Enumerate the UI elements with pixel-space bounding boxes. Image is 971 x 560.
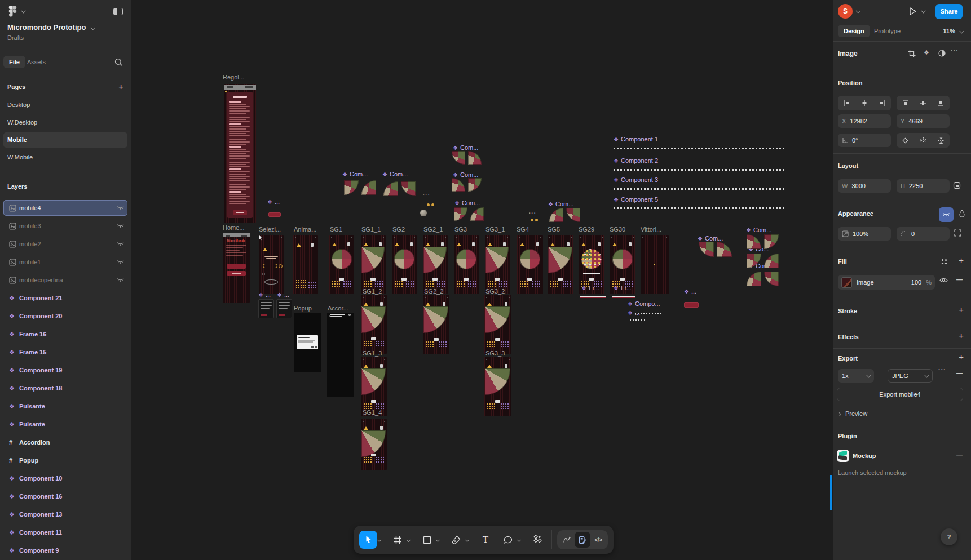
component-thumbnail[interactable] — [699, 242, 714, 257]
remove-export-icon[interactable]: — — [956, 370, 963, 376]
canvas-component-label[interactable]: ❖Fr... — [614, 285, 632, 291]
design-mode-toggle[interactable] — [575, 532, 590, 548]
canvas-frame-sg1[interactable] — [329, 235, 354, 294]
layer-row-mobile1[interactable]: mobile1 — [3, 254, 127, 270]
component-thumbnail[interactable] — [276, 299, 292, 318]
component-thumbnail[interactable] — [764, 272, 779, 286]
add-fill-icon[interactable]: + — [959, 257, 964, 263]
comment-tool[interactable] — [499, 531, 517, 549]
pen-tool[interactable] — [447, 531, 465, 549]
sidebar-page-w-mobile[interactable]: W.Mobile — [3, 150, 127, 165]
layer-row-mobile3[interactable]: mobile3 — [3, 218, 127, 234]
canvas-frame-sg1-3[interactable] — [361, 357, 387, 416]
flip-horizontal-icon[interactable] — [920, 137, 927, 144]
canvas-frame-label[interactable]: SG5 — [548, 226, 560, 233]
layer-row-popup[interactable]: #Popup — [3, 452, 127, 468]
canvas-frame-sg5[interactable] — [548, 235, 573, 294]
component-thumbnail[interactable] — [383, 181, 398, 196]
canvas-component-label[interactable]: ❖Com... — [453, 144, 478, 151]
canvas-frame-sg1-1[interactable] — [361, 235, 386, 294]
canvas-frame-label[interactable]: SG1_4 — [363, 409, 382, 416]
canvas-component-label[interactable]: ❖Compo... — [628, 300, 660, 307]
x-position-field[interactable]: X12982 — [838, 114, 891, 128]
add-page-icon[interactable]: + — [118, 83, 123, 90]
canvas-component-label[interactable]: ❖Component 2 — [614, 157, 658, 164]
layer-row-mobile2[interactable]: mobile2 — [3, 236, 127, 252]
canvas-component-label[interactable]: ❖Com... — [382, 171, 408, 177]
avatar[interactable]: S — [838, 4, 853, 19]
component-thumbnail[interactable] — [452, 178, 465, 192]
align-left-icon[interactable] — [844, 100, 850, 106]
canvas-frame-label[interactable]: SG2_1 — [423, 226, 443, 233]
canvas-frame-home[interactable]: MicroMondo — [223, 233, 250, 303]
component-thumbnail[interactable] — [452, 151, 465, 165]
eye-closed-icon[interactable] — [113, 206, 127, 211]
file-title[interactable]: Micromondo Prototipo — [7, 23, 94, 32]
canvas-frame-sg2[interactable] — [392, 235, 417, 294]
layer-row-pulsante[interactable]: ❖Pulsante — [3, 398, 127, 414]
flip-vertical-icon[interactable] — [938, 137, 944, 144]
height-field[interactable]: H2250 — [897, 179, 950, 193]
canvas-frame-label[interactable]: SG2_2 — [424, 288, 443, 295]
sidebar-page-mobile[interactable]: Mobile — [3, 132, 127, 148]
share-button[interactable]: Share — [935, 4, 963, 19]
tab-assets[interactable]: Assets — [27, 59, 46, 65]
export-button[interactable]: Export mobile4 — [837, 388, 963, 401]
tab-design[interactable]: Design — [838, 25, 870, 37]
rotation-field[interactable]: 0° — [838, 134, 891, 147]
component-icon[interactable]: ❖ — [924, 49, 929, 56]
layer-row-component-21[interactable]: ❖Component 21 — [3, 290, 127, 306]
export-options-icon[interactable]: ··· — [938, 366, 946, 373]
canvas-frame-label[interactable]: Vittori... — [641, 226, 661, 233]
canvas-component-label[interactable]: ❖Component 5 — [614, 196, 658, 203]
tab-file[interactable]: File — [3, 56, 25, 68]
canvas-frame-label[interactable]: SG30 — [610, 226, 625, 233]
remove-fill-icon[interactable]: — — [956, 276, 963, 283]
layer-row-accordion[interactable]: #Accordion — [3, 434, 127, 450]
component-thumbnail[interactable] — [717, 242, 732, 257]
canvas-component-label[interactable]: ❖... — [277, 291, 289, 298]
shape-tool-chevron-icon[interactable] — [436, 537, 440, 541]
canvas-frame-label[interactable]: SG3_1 — [486, 226, 505, 233]
component-thumbnail[interactable] — [747, 234, 761, 249]
rotate-icon[interactable] — [902, 137, 909, 144]
remove-plugin-icon[interactable]: — — [956, 451, 963, 458]
canvas[interactable]: MicroMondoRegol...Home...Selezi...Anima.… — [0, 0, 971, 560]
figma-logo-icon[interactable] — [8, 5, 17, 17]
component-thumbnail[interactable] — [401, 181, 416, 196]
canvas-frame-label[interactable]: Popup — [294, 305, 312, 312]
export-format-select[interactable]: JPEG — [888, 369, 933, 383]
layer-row-pulsante[interactable]: ❖Pulsante — [3, 416, 127, 432]
layer-row-component-11[interactable]: ❖Component 11 — [3, 525, 127, 540]
red-button-component[interactable] — [268, 212, 281, 217]
canvas-frame-sg2-1[interactable] — [423, 235, 448, 294]
layer-row-component-19[interactable]: ❖Component 19 — [3, 362, 127, 378]
canvas-frame-label[interactable]: Selezi... — [259, 226, 281, 233]
component-thumbnail[interactable] — [258, 299, 274, 318]
canvas-frame-label[interactable]: SG4 — [517, 226, 529, 233]
export-scale-select[interactable]: 1x — [838, 369, 874, 383]
eye-closed-icon[interactable] — [113, 278, 127, 283]
layer-row-frame-16[interactable]: ❖Frame 16 — [3, 326, 127, 342]
canvas-component-label[interactable]: ❖... — [267, 198, 280, 205]
blend-mode-icon[interactable] — [959, 210, 965, 217]
component-thumbnail[interactable] — [764, 234, 779, 249]
canvas-component-label[interactable]: ❖Component 3 — [614, 176, 658, 183]
layer-row-component-18[interactable]: ❖Component 18 — [3, 380, 127, 396]
canvas-component-label[interactable]: ❖Com... — [548, 201, 573, 207]
canvas-frame-label[interactable]: SG2 — [392, 226, 405, 233]
breadcrumb-location[interactable]: Drafts — [7, 34, 24, 41]
file-menu-chevron-icon[interactable] — [91, 25, 95, 30]
component-thumbnail[interactable] — [764, 254, 779, 268]
styles-grid-icon[interactable] — [941, 258, 948, 265]
canvas-frame-sg3-2[interactable] — [484, 295, 511, 354]
component-thumbnail[interactable] — [747, 272, 761, 286]
canvas-frame-label[interactable]: Accor... — [328, 305, 348, 312]
add-effect-icon[interactable]: + — [959, 332, 964, 339]
canvas-frame-sg3-3[interactable] — [484, 357, 511, 416]
align-top-icon[interactable] — [902, 100, 909, 106]
canvas-frame-label[interactable]: SG29 — [579, 226, 594, 233]
component-thumbnail[interactable] — [468, 151, 482, 165]
component-thumbnail[interactable] — [344, 180, 359, 195]
layer-row-component-10[interactable]: ❖Component 10 — [3, 470, 127, 486]
